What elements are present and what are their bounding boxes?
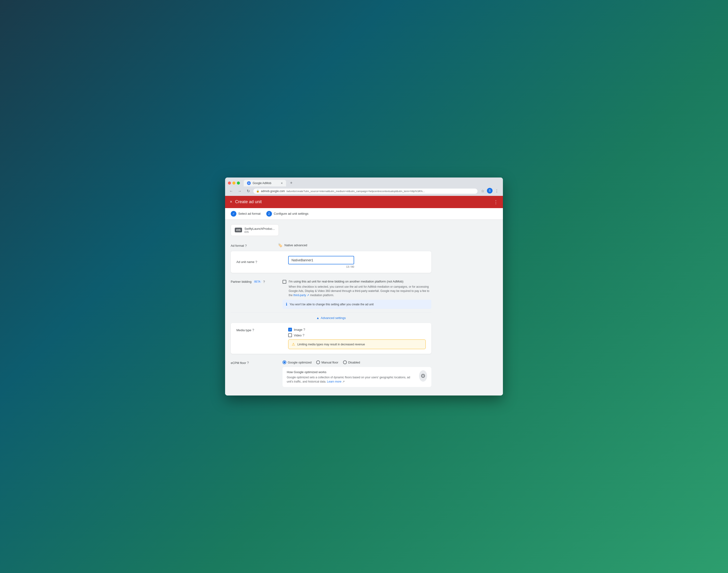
image-checkbox[interactable] bbox=[288, 328, 292, 331]
disabled-radio[interactable] bbox=[343, 360, 347, 364]
ecpm-desc-text: Google optimized sets a collection of dy… bbox=[287, 375, 416, 384]
url-path: /adunits/create?utm_source=internal&utm_… bbox=[286, 190, 425, 193]
partner-bidding-text: I'm using this ad unit for real-time bid… bbox=[289, 279, 431, 297]
advanced-chevron-icon: ▲ bbox=[316, 316, 319, 320]
ad-format-value: 🏷️ Native advanced bbox=[278, 243, 431, 248]
disabled-label: Disabled bbox=[348, 361, 360, 364]
app-header: × Create ad unit ⋮ bbox=[225, 196, 503, 208]
toolbar-actions: ☆ S ⋮ bbox=[479, 188, 500, 195]
browser-toolbar: ← → ↻ 🔒 admob.google.com /adunits/create… bbox=[225, 187, 503, 196]
app-badge-platform: iOS bbox=[244, 230, 275, 233]
ad-unit-name-row: Ad unit name ? 13 / 80 bbox=[237, 256, 426, 268]
partner-bidding-checkbox-label: I'm using this ad unit for real-time bid… bbox=[289, 279, 431, 284]
page-title: Create ad unit bbox=[235, 199, 262, 204]
manual-floor-radio[interactable] bbox=[316, 360, 320, 364]
media-type-label: Media type ? bbox=[237, 328, 283, 332]
ecpm-radio-row: Google optimized Manual floor Disabled bbox=[282, 360, 431, 364]
ecpm-help-icon[interactable]: ? bbox=[247, 361, 249, 365]
partner-bidding-desc: When this checkbox is selected, you cann… bbox=[289, 284, 431, 297]
video-label: Video ? bbox=[294, 333, 304, 337]
google-optimized-option[interactable]: Google optimized bbox=[282, 360, 311, 364]
traffic-lights bbox=[228, 181, 240, 185]
ecpm-desc-content: How Google optimized works Google optimi… bbox=[287, 370, 416, 384]
video-option: Video ? bbox=[288, 333, 426, 337]
new-tab-button[interactable]: + bbox=[288, 180, 295, 187]
extensions-icon[interactable]: ⋮ bbox=[493, 188, 500, 195]
tab-favicon: A bbox=[247, 181, 251, 185]
video-checkbox[interactable] bbox=[288, 333, 292, 337]
ad-unit-input-wrap: 13 / 80 bbox=[288, 256, 426, 268]
address-bar[interactable]: 🔒 admob.google.com /adunits/create?utm_s… bbox=[253, 189, 477, 194]
image-option: Image ? bbox=[288, 328, 426, 331]
beta-badge: BETA bbox=[253, 280, 262, 283]
advanced-settings-toggle[interactable]: ▲ Advanced settings bbox=[231, 313, 431, 323]
lock-icon: 🔒 bbox=[256, 190, 259, 193]
app-container: × Create ad unit ⋮ ✓ Select ad format 2 … bbox=[225, 196, 503, 396]
ad-unit-name-input[interactable] bbox=[288, 256, 354, 264]
ecpm-options: Google optimized Manual floor Disabled bbox=[282, 360, 431, 387]
ad-format-name: Native advanced bbox=[284, 244, 307, 247]
step-1: ✓ Select ad format bbox=[231, 211, 261, 217]
info-banner-text: You won't be able to change this setting… bbox=[290, 303, 374, 306]
step-1-label: Select ad format bbox=[238, 212, 261, 215]
app-badge: iOS SwiftyLaunchProduc... iOS bbox=[231, 224, 279, 236]
ecpm-floor-row: eCPM floor ? Google optimized Manual flo… bbox=[231, 360, 431, 387]
step-2-circle: 2 bbox=[266, 211, 272, 217]
ecpm-floor-section: eCPM floor ? Google optimized Manual flo… bbox=[231, 357, 431, 391]
ecpm-floor-label: eCPM floor ? bbox=[231, 360, 278, 365]
advanced-settings-label: Advanced settings bbox=[321, 316, 346, 320]
step-1-circle: ✓ bbox=[231, 211, 237, 217]
gear-icon: ⚙ bbox=[419, 370, 427, 381]
browser-tab[interactable]: A Google AdMob × bbox=[244, 180, 286, 187]
third-party-link[interactable]: third-party ↗ bbox=[293, 294, 309, 297]
advanced-toggle-button[interactable]: ▲ Advanced settings bbox=[316, 316, 346, 320]
image-label: Image ? bbox=[294, 328, 305, 331]
partner-bidding-label: Partner bidding BETA ? bbox=[231, 279, 278, 284]
char-count: 13 / 80 bbox=[288, 265, 354, 268]
ad-format-help-icon[interactable]: ? bbox=[245, 244, 247, 248]
partner-bidding-checkbox[interactable] bbox=[282, 280, 286, 284]
partner-bidding-checkbox-row: I'm using this ad unit for real-time bid… bbox=[282, 279, 431, 297]
media-options: Image ? Video ? ⚠ bbox=[288, 328, 426, 349]
partner-bidding-help-icon[interactable]: ? bbox=[263, 280, 265, 284]
app-badge-icon: iOS bbox=[235, 228, 242, 232]
manual-floor-label: Manual floor bbox=[321, 361, 339, 364]
tab-title: Google AdMob bbox=[253, 181, 271, 185]
app-header-left: × Create ad unit bbox=[230, 199, 262, 204]
tab-close-button[interactable]: × bbox=[281, 181, 283, 185]
back-button[interactable]: ← bbox=[228, 188, 235, 195]
ad-unit-name-help-icon[interactable]: ? bbox=[255, 260, 257, 264]
browser-titlebar: A Google AdMob × + bbox=[225, 177, 503, 187]
url-domain: admob.google.com bbox=[261, 190, 285, 193]
learn-more-link[interactable]: Learn more bbox=[327, 380, 342, 383]
header-menu-button[interactable]: ⋮ bbox=[493, 199, 498, 205]
forward-button[interactable]: → bbox=[237, 188, 243, 195]
reload-button[interactable]: ↻ bbox=[245, 188, 252, 195]
step-2: 2 Configure ad unit settings bbox=[266, 211, 308, 217]
close-traffic-light[interactable] bbox=[228, 181, 231, 185]
video-help-icon[interactable]: ? bbox=[303, 333, 304, 337]
minimize-traffic-light[interactable] bbox=[232, 181, 236, 185]
info-icon: ℹ bbox=[286, 302, 287, 307]
partner-bidding-content: I'm using this ad unit for real-time bid… bbox=[282, 279, 431, 309]
google-optimized-radio[interactable] bbox=[282, 360, 286, 364]
media-type-help-icon[interactable]: ? bbox=[252, 328, 254, 332]
disabled-option[interactable]: Disabled bbox=[343, 360, 360, 364]
profile-icon[interactable]: S bbox=[487, 188, 492, 194]
app-badge-name: SwiftyLaunchProduc... bbox=[244, 227, 275, 230]
app-close-button[interactable]: × bbox=[230, 199, 232, 204]
bookmark-icon[interactable]: ☆ bbox=[479, 188, 486, 195]
ad-format-row: Ad format ? 🏷️ Native advanced bbox=[231, 240, 431, 251]
manual-floor-option[interactable]: Manual floor bbox=[316, 360, 339, 364]
main-content: iOS SwiftyLaunchProduc... iOS Ad format … bbox=[225, 220, 437, 396]
ecpm-desc-header: How Google optimized works bbox=[287, 370, 416, 374]
image-help-icon[interactable]: ? bbox=[303, 328, 305, 331]
maximize-traffic-light[interactable] bbox=[237, 181, 240, 185]
native-advanced-icon: 🏷️ bbox=[278, 243, 282, 248]
app-badge-info: SwiftyLaunchProduc... iOS bbox=[244, 227, 275, 233]
ad-unit-name-label: Ad unit name ? bbox=[237, 260, 283, 264]
warning-icon: ⚠ bbox=[292, 342, 295, 347]
ad-unit-name-card: Ad unit name ? 13 / 80 bbox=[231, 251, 431, 273]
media-type-card: Media type ? Image ? bbox=[231, 323, 431, 354]
warning-banner: ⚠ Limiting media types may result in dec… bbox=[288, 340, 426, 349]
